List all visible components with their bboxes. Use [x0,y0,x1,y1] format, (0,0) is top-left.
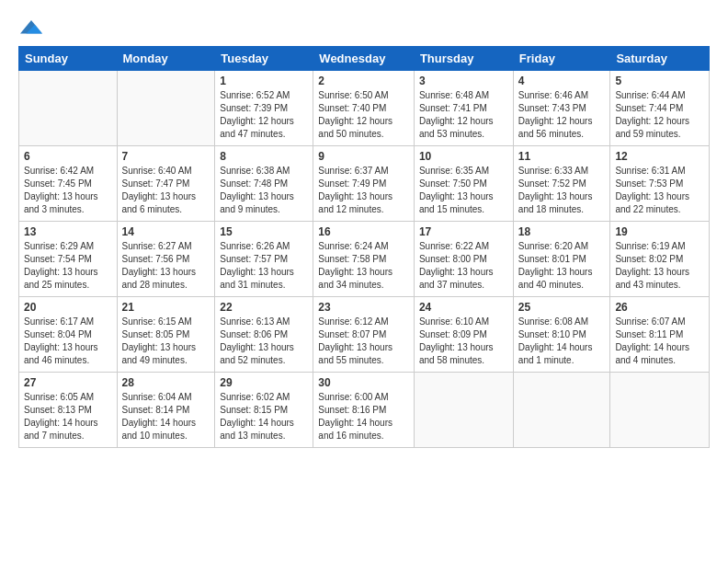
day-info: Sunrise: 6:17 AMSunset: 8:04 PMDaylight:… [24,316,112,367]
calendar-header-sunday: Sunday [19,47,118,71]
day-info: Sunrise: 6:52 AMSunset: 7:39 PMDaylight:… [220,89,308,141]
day-number: 25 [518,301,606,314]
calendar-cell: 24Sunrise: 6:10 AMSunset: 8:09 PMDayligh… [414,297,513,373]
logo [18,15,42,39]
calendar-cell: 8Sunrise: 6:38 AMSunset: 7:48 PMDaylight… [215,146,313,222]
day-info: Sunrise: 6:37 AMSunset: 7:49 PMDaylight:… [318,165,409,216]
day-number: 26 [615,301,704,314]
day-number: 27 [24,376,112,389]
calendar-cell [513,373,610,448]
day-info: Sunrise: 6:20 AMSunset: 8:01 PMDaylight:… [518,240,606,292]
calendar-cell: 29Sunrise: 6:02 AMSunset: 8:15 PMDayligh… [215,373,313,448]
day-info: Sunrise: 6:35 AMSunset: 7:50 PMDaylight:… [419,165,508,216]
day-number: 11 [518,150,606,163]
day-info: Sunrise: 6:50 AMSunset: 7:40 PMDaylight:… [318,89,409,141]
calendar-cell: 23Sunrise: 6:12 AMSunset: 8:07 PMDayligh… [313,297,415,373]
day-info: Sunrise: 6:05 AMSunset: 8:13 PMDaylight:… [24,391,112,442]
calendar-header-wednesday: Wednesday [313,47,415,71]
calendar-cell: 2Sunrise: 6:50 AMSunset: 7:40 PMDaylight… [313,71,415,146]
day-number: 20 [24,301,112,314]
day-number: 29 [220,376,308,389]
day-info: Sunrise: 6:46 AMSunset: 7:43 PMDaylight:… [518,89,606,141]
day-info: Sunrise: 6:33 AMSunset: 7:52 PMDaylight:… [518,165,606,216]
day-number: 19 [615,225,704,238]
page: SundayMondayTuesdayWednesdayThursdayFrid… [0,0,728,563]
calendar-cell: 11Sunrise: 6:33 AMSunset: 7:52 PMDayligh… [513,146,610,222]
day-number: 13 [24,225,112,238]
day-info: Sunrise: 6:08 AMSunset: 8:10 PMDaylight:… [518,316,606,367]
calendar-cell: 19Sunrise: 6:19 AMSunset: 8:02 PMDayligh… [610,222,710,297]
day-number: 17 [419,225,508,238]
calendar-cell: 7Sunrise: 6:40 AMSunset: 7:47 PMDaylight… [117,146,215,222]
calendar-cell: 16Sunrise: 6:24 AMSunset: 7:58 PMDayligh… [313,222,415,297]
calendar-cell: 18Sunrise: 6:20 AMSunset: 8:01 PMDayligh… [513,222,610,297]
calendar-cell: 20Sunrise: 6:17 AMSunset: 8:04 PMDayligh… [19,297,118,373]
day-number: 23 [318,301,409,314]
calendar-cell: 4Sunrise: 6:46 AMSunset: 7:43 PMDaylight… [513,71,610,146]
day-number: 21 [122,301,210,314]
day-number: 8 [220,150,308,163]
day-number: 18 [518,225,606,238]
calendar-cell [414,373,513,448]
day-info: Sunrise: 6:19 AMSunset: 8:02 PMDaylight:… [615,240,704,292]
day-number: 28 [122,376,210,389]
day-info: Sunrise: 6:27 AMSunset: 7:56 PMDaylight:… [122,240,210,292]
calendar-cell: 25Sunrise: 6:08 AMSunset: 8:10 PMDayligh… [513,297,610,373]
calendar-header-monday: Monday [117,47,215,71]
day-number: 6 [24,150,112,163]
calendar-cell: 14Sunrise: 6:27 AMSunset: 7:56 PMDayligh… [117,222,215,297]
day-info: Sunrise: 6:00 AMSunset: 8:16 PMDaylight:… [318,391,409,442]
calendar-cell: 10Sunrise: 6:35 AMSunset: 7:50 PMDayligh… [414,146,513,222]
calendar-cell: 3Sunrise: 6:48 AMSunset: 7:41 PMDaylight… [414,71,513,146]
day-info: Sunrise: 6:31 AMSunset: 7:53 PMDaylight:… [615,165,704,216]
calendar-cell: 13Sunrise: 6:29 AMSunset: 7:54 PMDayligh… [19,222,118,297]
day-info: Sunrise: 6:12 AMSunset: 8:07 PMDaylight:… [318,316,409,367]
day-info: Sunrise: 6:48 AMSunset: 7:41 PMDaylight:… [419,89,508,141]
day-info: Sunrise: 6:07 AMSunset: 8:11 PMDaylight:… [615,316,704,367]
calendar-header-thursday: Thursday [414,47,513,71]
day-info: Sunrise: 6:02 AMSunset: 8:15 PMDaylight:… [220,391,308,442]
calendar-table: SundayMondayTuesdayWednesdayThursdayFrid… [18,46,710,448]
day-info: Sunrise: 6:40 AMSunset: 7:47 PMDaylight:… [122,165,210,216]
day-info: Sunrise: 6:22 AMSunset: 8:00 PMDaylight:… [419,240,508,292]
day-info: Sunrise: 6:13 AMSunset: 8:06 PMDaylight:… [220,316,308,367]
day-number: 22 [220,301,308,314]
day-number: 4 [518,75,606,87]
day-number: 15 [220,225,308,238]
day-number: 10 [419,150,508,163]
calendar-header-row: SundayMondayTuesdayWednesdayThursdayFrid… [19,47,710,71]
day-number: 24 [419,301,508,314]
calendar-cell: 28Sunrise: 6:04 AMSunset: 8:14 PMDayligh… [117,373,215,448]
calendar-week-2: 6Sunrise: 6:42 AMSunset: 7:45 PMDaylight… [19,146,710,222]
logo-icon [20,17,42,39]
day-number: 9 [318,150,409,163]
day-number: 1 [220,75,308,87]
day-info: Sunrise: 6:15 AMSunset: 8:05 PMDaylight:… [122,316,210,367]
day-number: 7 [122,150,210,163]
day-number: 30 [318,376,409,389]
day-info: Sunrise: 6:42 AMSunset: 7:45 PMDaylight:… [24,165,112,216]
day-number: 16 [318,225,409,238]
calendar-cell: 6Sunrise: 6:42 AMSunset: 7:45 PMDaylight… [19,146,118,222]
logo-text [18,15,42,39]
calendar-cell: 30Sunrise: 6:00 AMSunset: 8:16 PMDayligh… [313,373,415,448]
calendar-cell: 5Sunrise: 6:44 AMSunset: 7:44 PMDaylight… [610,71,710,146]
day-info: Sunrise: 6:38 AMSunset: 7:48 PMDaylight:… [220,165,308,216]
calendar-cell: 15Sunrise: 6:26 AMSunset: 7:57 PMDayligh… [215,222,313,297]
calendar-cell: 12Sunrise: 6:31 AMSunset: 7:53 PMDayligh… [610,146,710,222]
calendar-cell [117,71,215,146]
calendar-week-5: 27Sunrise: 6:05 AMSunset: 8:13 PMDayligh… [19,373,710,448]
calendar-cell: 26Sunrise: 6:07 AMSunset: 8:11 PMDayligh… [610,297,710,373]
calendar-cell [19,71,118,146]
day-number: 5 [615,75,704,87]
calendar-header-saturday: Saturday [610,47,710,71]
calendar-week-4: 20Sunrise: 6:17 AMSunset: 8:04 PMDayligh… [19,297,710,373]
calendar-cell: 17Sunrise: 6:22 AMSunset: 8:00 PMDayligh… [414,222,513,297]
day-info: Sunrise: 6:44 AMSunset: 7:44 PMDaylight:… [615,89,704,141]
calendar-cell: 1Sunrise: 6:52 AMSunset: 7:39 PMDaylight… [215,71,313,146]
calendar-cell: 22Sunrise: 6:13 AMSunset: 8:06 PMDayligh… [215,297,313,373]
calendar-header-tuesday: Tuesday [215,47,313,71]
day-info: Sunrise: 6:04 AMSunset: 8:14 PMDaylight:… [122,391,210,442]
day-info: Sunrise: 6:26 AMSunset: 7:57 PMDaylight:… [220,240,308,292]
calendar-cell: 27Sunrise: 6:05 AMSunset: 8:13 PMDayligh… [19,373,118,448]
